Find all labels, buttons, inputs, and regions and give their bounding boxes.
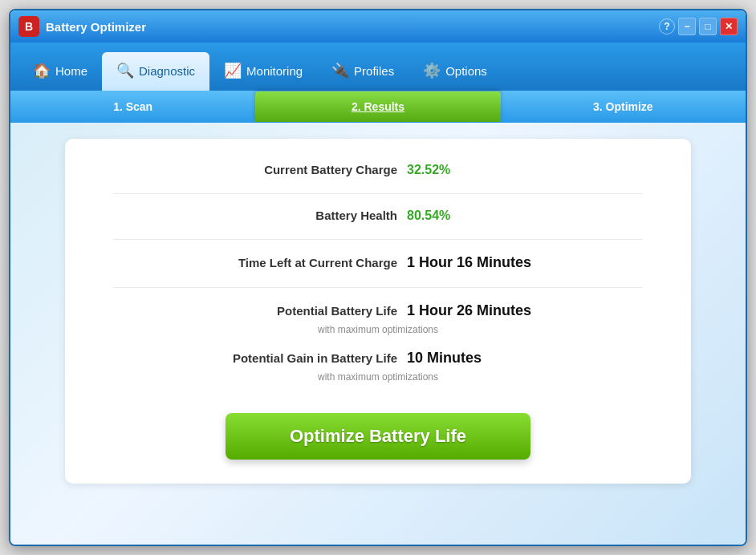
potential-gain-value: 10 Minutes: [407, 350, 567, 367]
nav-bar: 🏠 Home 🔍 Diagnostic 📈 Monitoring 🔌 Profi…: [10, 43, 746, 91]
battery-health-value: 80.54%: [407, 209, 567, 223]
nav-monitoring[interactable]: 📈 Monitoring: [209, 52, 317, 91]
potential-life-row: Potential Battery Life 1 Hour 26 Minutes: [113, 302, 643, 319]
nav-home[interactable]: 🏠 Home: [18, 52, 102, 91]
maximize-button[interactable]: □: [699, 18, 717, 35]
nav-diagnostic[interactable]: 🔍 Diagnostic: [102, 52, 209, 91]
button-row: Optimize Battery Life: [113, 397, 643, 460]
sub-tab-scan[interactable]: 1. Scan: [10, 91, 255, 123]
monitoring-icon: 📈: [224, 62, 242, 79]
title-bar: B Battery Optimizer ? − □ ✕: [10, 10, 746, 43]
main-window: B Battery Optimizer ? − □ ✕ 🏠 Home 🔍 Dia…: [9, 9, 747, 546]
potential-life-label: Potential Battery Life: [189, 304, 397, 318]
battery-charge-value: 32.52%: [407, 163, 567, 177]
app-title: Battery Optimizer: [46, 20, 659, 34]
nav-options[interactable]: ⚙️ Options: [408, 52, 502, 91]
nav-profiles[interactable]: 🔌 Profiles: [317, 52, 408, 91]
separator-3: [113, 287, 643, 288]
results-card: Current Battery Charge 32.52% Battery He…: [65, 139, 691, 484]
options-icon: ⚙️: [423, 62, 441, 79]
nav-profiles-label: Profiles: [354, 64, 394, 78]
sub-tab-optimize[interactable]: 3. Optimize: [501, 91, 746, 123]
potential-gain-label: Potential Gain in Battery Life: [189, 351, 397, 365]
close-button[interactable]: ✕: [720, 18, 738, 35]
time-left-label: Time Left at Current Charge: [189, 256, 397, 269]
time-left-value: 1 Hour 16 Minutes: [407, 254, 567, 271]
window-controls: ? − □ ✕: [659, 18, 738, 35]
optimize-battery-button[interactable]: Optimize Battery Life: [226, 413, 530, 460]
help-button[interactable]: ?: [659, 18, 675, 34]
potential-life-value: 1 Hour 26 Minutes: [407, 302, 567, 319]
nav-options-label: Options: [445, 64, 487, 78]
battery-health-label: Battery Health: [189, 209, 397, 222]
potential-gain-sub: with maximum optimizations: [113, 371, 643, 383]
separator-2: [113, 239, 643, 240]
potential-gain-row: Potential Gain in Battery Life 10 Minute…: [113, 350, 643, 367]
diagnostic-icon: 🔍: [116, 62, 134, 79]
sub-tabs: 1. Scan 2. Results 3. Optimize: [10, 91, 746, 123]
battery-charge-label: Current Battery Charge: [189, 163, 397, 176]
nav-home-label: Home: [55, 64, 87, 78]
profiles-icon: 🔌: [331, 62, 349, 79]
separator-1: [113, 193, 643, 194]
main-content: Current Battery Charge 32.52% Battery He…: [10, 123, 746, 545]
nav-monitoring-label: Monitoring: [246, 64, 303, 78]
battery-charge-row: Current Battery Charge 32.52%: [113, 163, 643, 177]
sub-tab-results[interactable]: 2. Results: [255, 91, 500, 122]
minimize-button[interactable]: −: [678, 18, 696, 35]
battery-health-row: Battery Health 80.54%: [113, 209, 643, 223]
app-logo: B: [18, 16, 39, 37]
home-icon: 🏠: [33, 62, 51, 79]
time-left-row: Time Left at Current Charge 1 Hour 16 Mi…: [113, 254, 643, 271]
potential-life-sub: with maximum optimizations: [113, 324, 643, 335]
nav-diagnostic-label: Diagnostic: [139, 64, 195, 78]
